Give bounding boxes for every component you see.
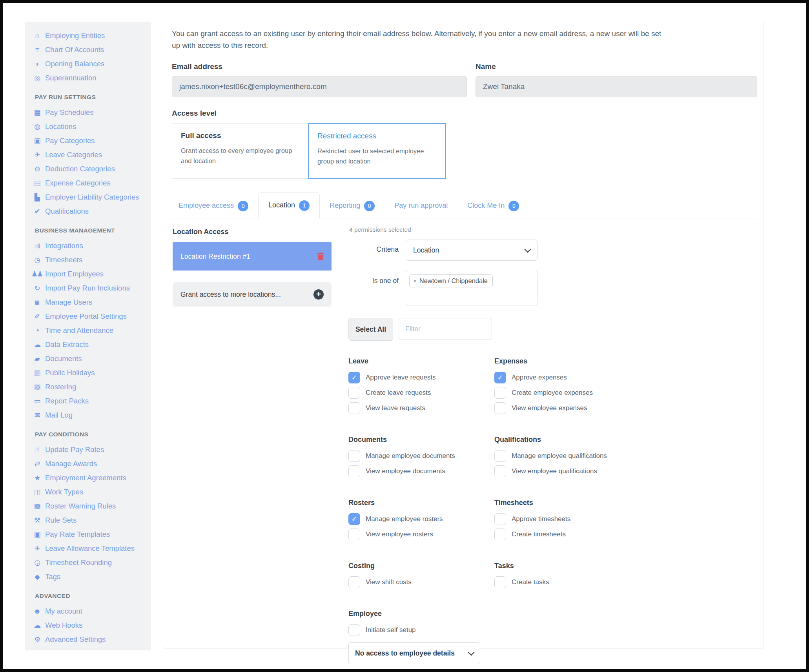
- permission-checkbox-row[interactable]: Create tasks: [494, 576, 758, 588]
- sidebar-item[interactable]: ◶ Timesheet Rounding: [25, 556, 151, 570]
- permission-checkbox-row[interactable]: View leave requests: [348, 402, 494, 414]
- employee-details-select[interactable]: No access to employee details: [348, 642, 480, 664]
- sidebar-item[interactable]: ⚙ Advanced Settings: [25, 632, 151, 647]
- checkbox-icon[interactable]: [494, 402, 506, 414]
- trash-icon[interactable]: [317, 252, 324, 260]
- sidebar-item[interactable]: ◗ Opening Balances: [25, 57, 151, 71]
- sidebar-item[interactable]: ◔ Time and Attendance: [25, 323, 151, 338]
- permission-checkbox-row[interactable]: View employee expenses: [494, 402, 758, 414]
- filter-input[interactable]: [399, 318, 492, 340]
- sidebar-item[interactable]: ▦ Pay Schedules: [25, 105, 151, 120]
- sidebar-item[interactable]: ✉ Mail Log: [25, 408, 151, 422]
- sidebar-item-label: My account: [45, 607, 82, 616]
- permission-checkbox-row[interactable]: View employee qualifications: [494, 465, 758, 477]
- sidebar-item[interactable]: ▩ Roster Warning Rules: [25, 499, 151, 513]
- sidebar-item-icon: ▤: [30, 180, 44, 187]
- sidebar-item[interactable]: ♟♟ Import Employees: [25, 267, 151, 281]
- checkbox-icon[interactable]: [348, 450, 360, 462]
- tab[interactable]: Employee access0: [169, 193, 258, 218]
- sidebar-section: PAY RUN SETTINGS ▦ Pay Schedules ◍ Locat…: [25, 94, 151, 218]
- sidebar-item[interactable]: ♻ Restore Deleted Items: [25, 647, 151, 650]
- permission-checkbox-row[interactable]: View employee rosters: [348, 529, 494, 540]
- checkbox-icon[interactable]: [348, 387, 360, 399]
- sidebar-item[interactable]: ✐ Employee Portal Settings: [25, 309, 151, 323]
- sidebar-item[interactable]: ☻ My account: [25, 604, 151, 618]
- sidebar-item-icon: ◙: [30, 299, 44, 306]
- sidebar-item[interactable]: ≡ Chart Of Accounts: [25, 43, 151, 57]
- permission-checkbox-row[interactable]: Manage employee documents: [348, 450, 494, 462]
- checkbox-icon[interactable]: [494, 450, 506, 462]
- sidebar-item[interactable]: ✈ Leave Categories: [25, 148, 151, 162]
- permission-checkbox-row[interactable]: Manage employee rosters: [348, 513, 494, 525]
- permission-checkbox-row[interactable]: View employee documents: [348, 465, 494, 477]
- checkbox-icon[interactable]: [348, 624, 360, 636]
- sidebar-item[interactable]: ▣ Pay Categories: [25, 134, 151, 148]
- sidebar-item[interactable]: ⇄ Manage Awards: [25, 457, 151, 471]
- sidebar-item[interactable]: ▙ Employer Liability Categories: [25, 190, 151, 204]
- checkbox-icon[interactable]: [348, 576, 360, 588]
- sidebar-item[interactable]: ◷ Timesheets: [25, 253, 151, 267]
- sidebar-item-icon: ✐: [30, 313, 44, 320]
- tab[interactable]: Reporting0: [320, 193, 384, 218]
- checkbox-icon[interactable]: [348, 372, 360, 383]
- permission-group-title: Costing: [348, 562, 494, 570]
- permission-checkbox-row[interactable]: Create employee expenses: [494, 387, 758, 399]
- checkbox-icon[interactable]: [494, 529, 506, 540]
- sidebar-item[interactable]: ⌂ Employing Entities: [25, 29, 151, 43]
- checkbox-icon[interactable]: [494, 513, 506, 525]
- sidebar-item[interactable]: ◙ Manage Users: [25, 295, 151, 309]
- sidebar-item[interactable]: ▦ Public Holidays: [25, 366, 151, 380]
- sidebar-item[interactable]: ◎ Superannuation: [25, 71, 151, 85]
- access-level-option[interactable]: Restricted access Restricted user to sel…: [308, 123, 446, 179]
- checkbox-icon[interactable]: [494, 465, 506, 477]
- is-one-of-row: Is one of × Newtown / Chippendale: [348, 271, 758, 305]
- sidebar-item[interactable]: ▭ Report Packs: [25, 394, 151, 408]
- checkbox-icon[interactable]: [348, 465, 360, 477]
- sidebar-item[interactable]: ☁ Web Hooks: [25, 618, 151, 632]
- permission-checkbox-row[interactable]: Approve leave requests: [348, 372, 494, 383]
- permission-group-items: Manage employee qualifications View empl…: [494, 450, 758, 477]
- location-restriction-item[interactable]: Location Restriction #1: [173, 242, 332, 271]
- criteria-select[interactable]: Location: [406, 240, 538, 261]
- checkbox-icon[interactable]: [494, 576, 506, 588]
- sidebar-item[interactable]: ▰ Documents: [25, 352, 151, 366]
- sidebar-item[interactable]: ☁ Data Extracts: [25, 338, 151, 352]
- sidebar-item[interactable]: ◆ Tags: [25, 570, 151, 584]
- sidebar-item[interactable]: ▣ Pay Rate Templates: [25, 527, 151, 541]
- permission-checkbox-row[interactable]: Approve expenses: [494, 372, 758, 383]
- permission-checkbox-row[interactable]: Manage employee qualifications: [494, 450, 758, 462]
- permission-checkbox-row[interactable]: View shift costs: [348, 576, 494, 588]
- tab[interactable]: Location1: [258, 192, 320, 218]
- email-field: [172, 76, 467, 97]
- checkbox-icon[interactable]: [348, 402, 360, 414]
- tab[interactable]: Clock Me In0: [457, 193, 529, 218]
- sidebar-item[interactable]: ◫ Work Types: [25, 485, 151, 499]
- remove-tag-icon[interactable]: ×: [413, 278, 417, 284]
- sidebar-item-label: Import Employees: [45, 270, 104, 278]
- checkbox-icon[interactable]: [348, 513, 360, 525]
- sidebar-item[interactable]: ▨ Rostering: [25, 380, 151, 394]
- checkbox-icon[interactable]: [494, 372, 506, 383]
- permission-checkbox-row[interactable]: Approve timesheets: [494, 513, 758, 525]
- sidebar-item[interactable]: ⚒ Rule Sets: [25, 513, 151, 527]
- checkbox-icon[interactable]: [494, 387, 506, 399]
- sidebar-item[interactable]: ▤ Expense Categories: [25, 176, 151, 190]
- checkbox-icon[interactable]: [348, 529, 360, 540]
- sidebar-item-icon: ▰: [30, 355, 44, 362]
- permission-checkbox-row[interactable]: Create timesheets: [494, 529, 758, 540]
- sidebar-item[interactable]: ★ Employment Agreements: [25, 471, 151, 485]
- select-all-button[interactable]: Select All: [348, 318, 393, 341]
- permission-checkbox-row[interactable]: Initiate self setup: [348, 624, 494, 636]
- sidebar-item[interactable]: ✈ Leave Allowance Templates: [25, 541, 151, 556]
- add-location-button[interactable]: Grant access to more locations...: [173, 282, 332, 307]
- sidebar-item[interactable]: ◍ Locations: [25, 120, 151, 134]
- sidebar-item[interactable]: ⇉ Integrations: [25, 239, 151, 253]
- permission-checkbox-row[interactable]: Create leave requests: [348, 387, 494, 399]
- sidebar-item[interactable]: ✔ Qualifications: [25, 204, 151, 218]
- locations-multiselect[interactable]: × Newtown / Chippendale: [406, 271, 538, 305]
- sidebar-item[interactable]: ↻ Import Pay Run Inclusions: [25, 281, 151, 295]
- access-level-option[interactable]: Full access Grant access to every employ…: [172, 123, 308, 179]
- sidebar-item[interactable]: ☝ Update Pay Rates: [25, 443, 151, 457]
- sidebar-item[interactable]: ⊖ Deduction Categories: [25, 162, 151, 176]
- tab[interactable]: Pay run approval: [384, 193, 457, 218]
